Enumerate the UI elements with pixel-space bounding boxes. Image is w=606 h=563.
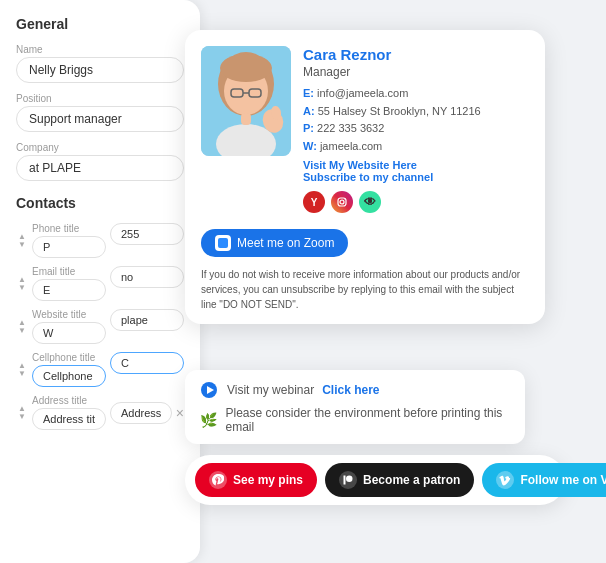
email-title-input[interactable] <box>32 279 106 301</box>
pinterest-icon <box>209 471 227 489</box>
svg-point-13 <box>344 199 345 200</box>
signature-name: Cara Reznor <box>303 46 529 63</box>
company-input[interactable] <box>16 155 184 181</box>
svg-rect-17 <box>344 476 346 485</box>
email-label: E: <box>303 87 314 99</box>
address-clear-button[interactable]: × <box>176 406 184 420</box>
sig-website: jameela.com <box>320 140 382 152</box>
zoom-button[interactable]: Meet me on Zoom <box>201 229 348 257</box>
email-stepper[interactable]: ▲ ▼ <box>16 276 28 292</box>
address-stepper[interactable]: ▲ ▼ <box>16 405 28 421</box>
phone-label: P: <box>303 122 314 134</box>
yelp-icon[interactable]: Y <box>303 191 325 213</box>
phone-value-input[interactable] <box>110 223 184 245</box>
address-title-label: Address title <box>32 395 106 406</box>
social-icons-row: Y 👁 <box>303 191 529 213</box>
signature-details: E: info@jameela.com A: 55 Halsey St Broo… <box>303 85 529 155</box>
phone-title-label: Phone title <box>32 223 106 234</box>
website-label: W: <box>303 140 317 152</box>
instagram-icon[interactable] <box>331 191 353 213</box>
cellphone-value-input[interactable] <box>110 352 184 374</box>
company-label: Company <box>16 142 184 153</box>
sig-email: info@jameela.com <box>317 87 408 99</box>
signature-card: Cara Reznor Manager E: info@jameela.com … <box>185 30 545 324</box>
left-form-panel: General Name Position Company Contacts ▲… <box>0 0 200 563</box>
webinar-icon <box>199 380 219 400</box>
website-stepper[interactable]: ▲ ▼ <box>16 319 28 335</box>
patreon-button[interactable]: Become a patron <box>325 463 474 497</box>
pinterest-label: See my pins <box>233 473 303 487</box>
svg-point-3 <box>220 54 272 82</box>
patreon-label: Become a patron <box>363 473 460 487</box>
phone-row: ▲ ▼ Phone title <box>16 223 184 258</box>
webinar-text: Visit my webinar <box>227 383 314 397</box>
name-input[interactable] <box>16 57 184 83</box>
general-section-title: General <box>16 16 184 32</box>
environment-text: Please consider the environment before p… <box>225 406 511 434</box>
signature-top: Cara Reznor Manager E: info@jameela.com … <box>185 30 545 229</box>
disclaimer-text: If you do not wish to receive more infor… <box>185 267 545 324</box>
sig-phone: 222 335 3632 <box>317 122 384 134</box>
address-title-input[interactable] <box>32 408 106 430</box>
website-value-input[interactable] <box>110 309 184 331</box>
subscribe-link[interactable]: Subscribe to my channel <box>303 171 433 183</box>
company-field-group: Company <box>16 142 184 181</box>
svg-point-12 <box>340 200 344 204</box>
email-row: ▲ ▼ Email title <box>16 266 184 301</box>
svg-rect-10 <box>241 113 251 125</box>
zoom-icon <box>215 235 231 251</box>
address-row: ▲ ▼ Address title × <box>16 395 184 430</box>
cellphone-stepper[interactable]: ▲ ▼ <box>16 362 28 378</box>
name-field-group: Name <box>16 44 184 83</box>
website-title-input[interactable] <box>32 322 106 344</box>
phone-stepper[interactable]: ▲ ▼ <box>16 233 28 249</box>
phone-title-input[interactable] <box>32 236 106 258</box>
sig-address: 55 Halsey St Brooklyn, NY 11216 <box>318 105 481 117</box>
avatar <box>201 46 291 156</box>
email-title-label: Email title <box>32 266 106 277</box>
cellphone-row: ▲ ▼ Cellphone title <box>16 352 184 387</box>
environment-row: 🌿 Please consider the environment before… <box>199 406 511 434</box>
vimeo-icon <box>496 471 514 489</box>
svg-point-16 <box>346 476 353 483</box>
website-row: ▲ ▼ Website title <box>16 309 184 344</box>
contacts-section: Contacts ▲ ▼ Phone title ▲ ▼ <box>16 195 184 430</box>
signature-info: Cara Reznor Manager E: info@jameela.com … <box>303 46 529 213</box>
webinar-link[interactable]: Click here <box>322 383 379 397</box>
leaf-icon: 🌿 <box>199 410 217 430</box>
webinar-card: Visit my webinar Click here 🌿 Please con… <box>185 370 525 444</box>
signature-links: Visit My Website Here Subscribe to my ch… <box>303 159 529 183</box>
position-field-group: Position <box>16 93 184 132</box>
tripadvisor-icon[interactable]: 👁 <box>359 191 381 213</box>
cellphone-title-label: Cellphone title <box>32 352 106 363</box>
address-value-input[interactable] <box>110 402 172 424</box>
pinterest-button[interactable]: See my pins <box>195 463 317 497</box>
patreon-icon <box>339 471 357 489</box>
position-label: Position <box>16 93 184 104</box>
website-link[interactable]: Visit My Website Here <box>303 159 417 171</box>
name-label: Name <box>16 44 184 55</box>
social-buttons-bar: See my pins Become a patron Follow me on… <box>185 455 565 505</box>
vimeo-label: Follow me on Vimeo <box>520 473 606 487</box>
zoom-button-label: Meet me on Zoom <box>237 236 334 250</box>
contacts-section-title: Contacts <box>16 195 184 211</box>
address-label: A: <box>303 105 315 117</box>
website-title-label: Website title <box>32 309 106 320</box>
position-input[interactable] <box>16 106 184 132</box>
cellphone-title-input[interactable] <box>32 365 106 387</box>
email-value-input[interactable] <box>110 266 184 288</box>
webinar-row: Visit my webinar Click here <box>199 380 511 400</box>
signature-title: Manager <box>303 65 529 79</box>
vimeo-button[interactable]: Follow me on Vimeo <box>482 463 606 497</box>
